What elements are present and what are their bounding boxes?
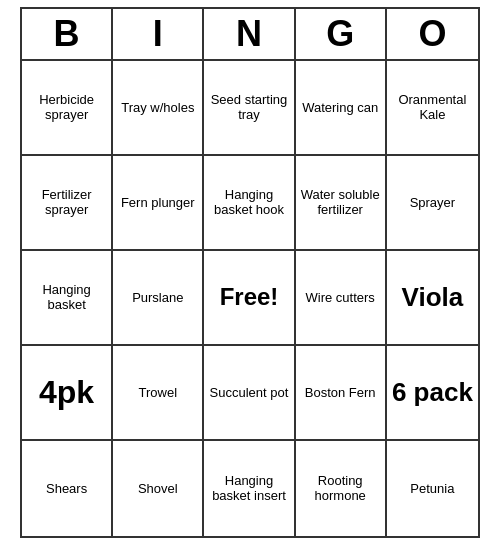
bingo-cell[interactable]: Rooting hormone (296, 441, 387, 536)
bingo-cell[interactable]: Water soluble fertilizer (296, 156, 387, 251)
bingo-cell[interactable]: Fern plunger (113, 156, 204, 251)
bingo-cell[interactable]: 4pk (22, 346, 113, 441)
bingo-cell[interactable]: Seed starting tray (204, 61, 295, 156)
bingo-cell[interactable]: Watering can (296, 61, 387, 156)
bingo-grid: Herbicide sprayerTray w/holesSeed starti… (22, 61, 478, 536)
bingo-cell[interactable]: Purslane (113, 251, 204, 346)
bingo-cell[interactable]: 6 pack (387, 346, 478, 441)
bingo-header: BINGO (22, 9, 478, 61)
bingo-cell[interactable]: Hanging basket (22, 251, 113, 346)
bingo-cell[interactable]: Herbicide sprayer (22, 61, 113, 156)
bingo-cell[interactable]: Trowel (113, 346, 204, 441)
bingo-cell[interactable]: Boston Fern (296, 346, 387, 441)
bingo-cell[interactable]: Hanging basket hook (204, 156, 295, 251)
bingo-cell[interactable]: Shears (22, 441, 113, 536)
bingo-cell[interactable]: Petunia (387, 441, 478, 536)
bingo-header-letter: N (204, 9, 295, 59)
bingo-cell[interactable]: Hanging basket insert (204, 441, 295, 536)
bingo-cell[interactable]: Tray w/holes (113, 61, 204, 156)
bingo-cell[interactable]: Shovel (113, 441, 204, 536)
bingo-cell[interactable]: Fertilizer sprayer (22, 156, 113, 251)
bingo-cell[interactable]: Free! (204, 251, 295, 346)
bingo-cell[interactable]: Viola (387, 251, 478, 346)
bingo-header-letter: I (113, 9, 204, 59)
bingo-header-letter: O (387, 9, 478, 59)
bingo-cell[interactable]: Oranmental Kale (387, 61, 478, 156)
bingo-header-letter: G (296, 9, 387, 59)
bingo-header-letter: B (22, 9, 113, 59)
bingo-cell[interactable]: Succulent pot (204, 346, 295, 441)
bingo-cell[interactable]: Sprayer (387, 156, 478, 251)
bingo-card: BINGO Herbicide sprayerTray w/holesSeed … (20, 7, 480, 538)
bingo-cell[interactable]: Wire cutters (296, 251, 387, 346)
